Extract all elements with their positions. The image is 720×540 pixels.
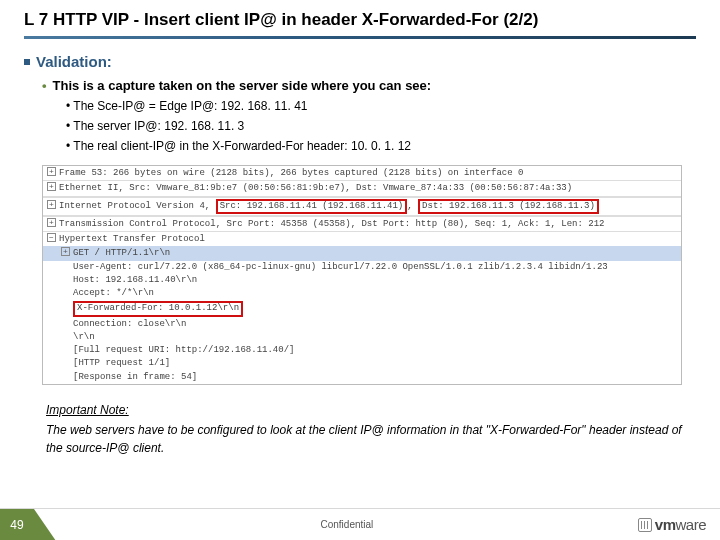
note-body: The web servers have to be configured to… bbox=[46, 421, 696, 457]
capture-line: [Full request URI: http://192.168.11.40/… bbox=[43, 344, 681, 357]
bullet-item: The Sce-IP@ = Edge IP@: 192. 168. 11. 41 bbox=[66, 99, 696, 113]
highlight-box-dst: Dst: 192.168.11.3 (192.168.11.3) bbox=[418, 199, 599, 214]
collapse-icon: − bbox=[47, 233, 56, 242]
vmware-logo: vmware bbox=[638, 516, 720, 533]
capture-line: +Ethernet II, Src: Vmware_81:9b:e7 (00:5… bbox=[43, 180, 681, 196]
expand-icon: + bbox=[61, 247, 70, 256]
section-heading: Validation: bbox=[24, 53, 696, 70]
expand-icon: + bbox=[47, 200, 56, 209]
capture-line: Connection: close\r\n bbox=[43, 318, 681, 331]
capture-line: +Transmission Control Protocol, Src Port… bbox=[43, 216, 681, 232]
capture-line: Accept: */*\r\n bbox=[43, 287, 681, 300]
intro-line: This is a capture taken on the server si… bbox=[42, 78, 696, 93]
important-note: Important Note: The web servers have to … bbox=[46, 401, 696, 457]
logo-mark-icon bbox=[638, 518, 652, 532]
capture-line-xff: X-Forwarded-For: 10.0.1.12\r\n bbox=[43, 300, 681, 317]
highlight-box-src: Src: 192.168.11.41 (192.168.11.41) bbox=[216, 199, 408, 214]
slide-footer: 49 Confidential vmware bbox=[0, 508, 720, 540]
capture-line: User-Agent: curl/7.22.0 (x86_64-pc-linux… bbox=[43, 261, 681, 274]
footer-accent-icon bbox=[34, 509, 56, 541]
note-heading: Important Note: bbox=[46, 401, 696, 419]
expand-icon: + bbox=[47, 167, 56, 176]
capture-line: \r\n bbox=[43, 331, 681, 344]
slide-title: L 7 HTTP VIP - Insert client IP@ in head… bbox=[24, 10, 696, 36]
highlight-box-xff: X-Forwarded-For: 10.0.1.12\r\n bbox=[73, 301, 243, 316]
capture-line: +Frame 53: 266 bytes on wire (2128 bits)… bbox=[43, 166, 681, 180]
title-rule bbox=[24, 36, 696, 39]
page-number: 49 bbox=[0, 509, 34, 541]
packet-capture-pane: +Frame 53: 266 bytes on wire (2128 bits)… bbox=[42, 165, 682, 385]
capture-line-ip: +Internet Protocol Version 4, Src: 192.1… bbox=[43, 197, 681, 216]
capture-line: Host: 192.168.11.40\r\n bbox=[43, 274, 681, 287]
bullet-item: The server IP@: 192. 168. 11. 3 bbox=[66, 119, 696, 133]
bullet-item: The real client-IP@ in the X-Forwarded-F… bbox=[66, 139, 696, 153]
capture-line: [HTTP request 1/1] bbox=[43, 357, 681, 370]
capture-line: −Hypertext Transfer Protocol bbox=[43, 232, 681, 246]
expand-icon: + bbox=[47, 218, 56, 227]
expand-icon: + bbox=[47, 182, 56, 191]
capture-line: [Response in frame: 54] bbox=[43, 371, 681, 384]
confidential-label: Confidential bbox=[56, 519, 638, 530]
capture-line-selected: +GET / HTTP/1.1\r\n bbox=[43, 246, 681, 260]
